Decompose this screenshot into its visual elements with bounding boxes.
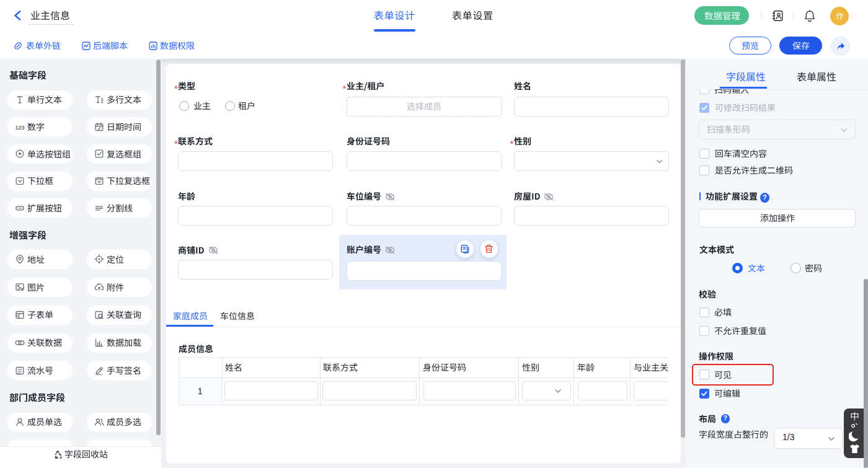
- svg-text:123: 123: [15, 125, 24, 131]
